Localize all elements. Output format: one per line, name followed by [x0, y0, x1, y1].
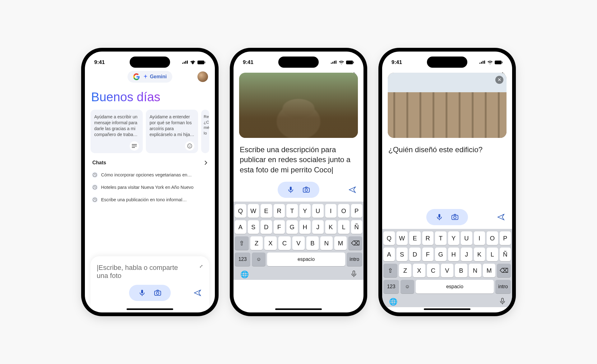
key[interactable]: S [248, 220, 259, 234]
enter-key[interactable]: intro [347, 253, 362, 266]
globe-icon[interactable]: 🌐 [389, 298, 397, 306]
key[interactable]: T [286, 204, 298, 218]
key[interactable]: P [351, 204, 363, 218]
key[interactable]: M [334, 236, 347, 250]
key[interactable]: Ñ [351, 220, 363, 234]
key[interactable]: W [248, 204, 259, 218]
key[interactable]: Z [399, 264, 411, 277]
chats-header[interactable]: Chats [90, 159, 209, 167]
prompt-input[interactable]: Escribe una descripción para publicar en… [240, 145, 357, 175]
shift-key[interactable]: ⇧ [383, 264, 397, 277]
key[interactable]: R [422, 231, 434, 245]
microphone-icon[interactable] [287, 186, 294, 193]
camera-icon[interactable] [154, 289, 161, 297]
key[interactable]: G [435, 248, 447, 261]
key[interactable]: B [455, 264, 467, 277]
profile-avatar[interactable] [197, 71, 208, 82]
key[interactable]: N [320, 236, 333, 250]
home-indicator[interactable] [127, 308, 173, 310]
camera-icon[interactable] [451, 213, 459, 221]
key[interactable]: B [306, 236, 319, 250]
key[interactable]: I [474, 231, 485, 245]
key[interactable]: C [427, 264, 439, 277]
svg-rect-8 [141, 290, 143, 293]
dictation-icon[interactable] [500, 298, 505, 306]
key[interactable]: W [396, 231, 408, 245]
attached-image[interactable] [239, 73, 358, 138]
suggestion-card-peek[interactable]: Re ¿C mé lo [201, 110, 209, 153]
composer-input[interactable]: |Escribe, habla o comparte una foto ⤢ [97, 264, 203, 280]
key[interactable]: Z [250, 236, 263, 250]
key[interactable]: N [469, 264, 481, 277]
key[interactable]: K [325, 220, 337, 234]
shift-key[interactable]: ⇧ [235, 236, 249, 250]
key[interactable]: H [448, 248, 460, 261]
key[interactable]: I [325, 204, 337, 218]
key[interactable]: M [483, 264, 495, 277]
key[interactable]: A [235, 220, 246, 234]
key[interactable]: Ñ [500, 248, 511, 261]
backspace-key[interactable]: ⌫ [497, 264, 511, 277]
key[interactable]: O [338, 204, 349, 218]
enter-key[interactable]: intro [495, 280, 511, 293]
key[interactable]: D [409, 248, 421, 261]
key[interactable]: P [500, 231, 511, 245]
key[interactable]: J [461, 248, 472, 261]
key[interactable]: Q [383, 231, 395, 245]
expand-icon[interactable]: ⤢ [199, 264, 203, 269]
key[interactable]: C [278, 236, 291, 250]
key[interactable]: L [338, 220, 349, 234]
key[interactable]: O [487, 231, 498, 245]
send-icon[interactable] [497, 214, 505, 221]
send-icon[interactable] [349, 186, 356, 193]
space-key[interactable]: espacio [267, 253, 345, 266]
numbers-key[interactable]: 123 [383, 280, 399, 293]
key[interactable]: K [474, 248, 485, 261]
home-indicator[interactable] [275, 308, 322, 310]
emoji-key[interactable]: ☺ [252, 253, 266, 266]
key[interactable]: Y [448, 231, 460, 245]
key[interactable]: E [261, 204, 272, 218]
key[interactable]: V [292, 236, 305, 250]
attached-image[interactable]: ✕ [388, 73, 507, 138]
chat-history-item[interactable]: Escribe una publicación en tono informal… [90, 193, 209, 206]
key[interactable]: R [274, 204, 285, 218]
key[interactable]: Q [235, 204, 246, 218]
space-key[interactable]: espacio [416, 280, 494, 293]
brand-switcher[interactable]: Gemini [127, 71, 172, 83]
key[interactable]: T [435, 231, 447, 245]
camera-icon[interactable] [303, 186, 310, 193]
key[interactable]: D [261, 220, 272, 234]
backspace-key[interactable]: ⌫ [348, 236, 362, 250]
key[interactable]: E [409, 231, 421, 245]
key[interactable]: X [413, 264, 425, 277]
key[interactable]: U [461, 231, 472, 245]
key[interactable]: X [264, 236, 277, 250]
globe-icon[interactable]: 🌐 [240, 271, 249, 279]
key[interactable]: F [422, 248, 434, 261]
numbers-key[interactable]: 123 [235, 253, 250, 266]
chat-history-item[interactable]: Hoteles para visitar Nueva York en Año N… [90, 181, 209, 193]
chat-history-item[interactable]: Cómo incorporar opciones vegetarianas en… [90, 169, 209, 181]
key[interactable]: L [487, 248, 498, 261]
home-indicator[interactable] [424, 308, 470, 310]
send-icon[interactable] [194, 289, 201, 296]
suggestion-card[interactable]: Ayúdame a escribir un mensaje informal p… [90, 110, 143, 153]
key[interactable]: A [383, 248, 395, 261]
key[interactable]: F [274, 220, 285, 234]
key[interactable]: G [286, 220, 298, 234]
key[interactable]: V [441, 264, 453, 277]
remove-image-icon[interactable]: ✕ [495, 76, 503, 84]
notes-icon [130, 141, 139, 151]
microphone-icon[interactable] [138, 289, 146, 297]
key[interactable]: J [312, 220, 324, 234]
key[interactable]: S [396, 248, 408, 261]
key[interactable]: H [299, 220, 311, 234]
emoji-key[interactable]: ☺ [400, 280, 414, 293]
key[interactable]: U [312, 204, 324, 218]
prompt-input[interactable]: ¿Quién diseñó este edificio? [388, 145, 506, 155]
key[interactable]: Y [299, 204, 311, 218]
dictation-icon[interactable] [351, 271, 357, 279]
suggestion-card[interactable]: Ayúdame a entender por qué se forman los… [146, 110, 198, 153]
microphone-icon[interactable] [436, 213, 443, 221]
